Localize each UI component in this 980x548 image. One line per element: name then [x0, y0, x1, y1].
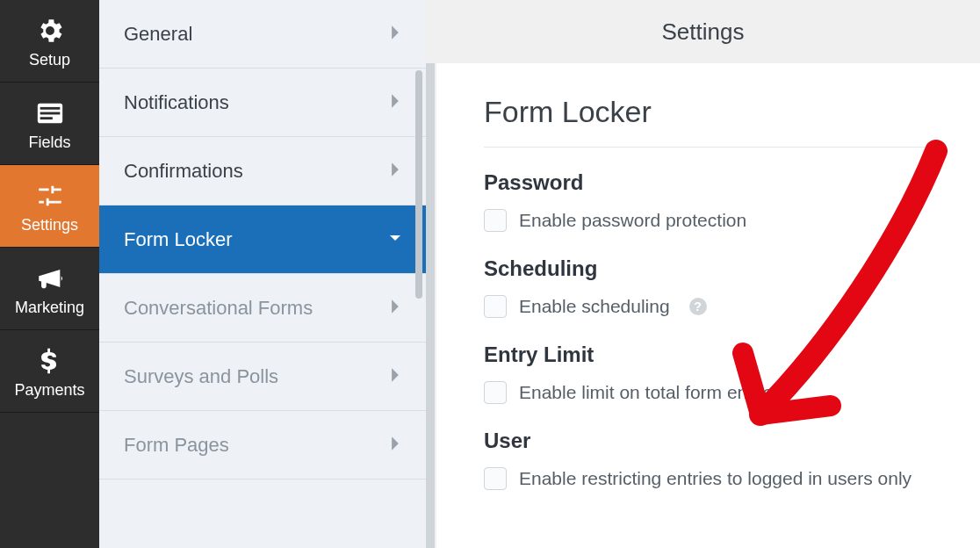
scrollbar[interactable]: [415, 70, 422, 299]
chevron-right-icon: [389, 93, 401, 112]
section-heading-password: Password: [484, 170, 933, 195]
checkbox[interactable]: [484, 295, 507, 318]
sub-item-notifications[interactable]: Notifications: [99, 68, 426, 137]
check-label: Enable limit on total form entries: [519, 382, 782, 403]
enable-user-restrict-row[interactable]: Enable restricting entries to logged in …: [484, 467, 933, 490]
chevron-down-icon: [389, 230, 401, 249]
svg-rect-1: [40, 107, 60, 110]
content-scroll-edge: [426, 63, 435, 548]
svg-rect-3: [40, 117, 52, 119]
enable-entry-limit-row[interactable]: Enable limit on total form entries: [484, 381, 933, 404]
nav-label: Payments: [14, 381, 84, 400]
main-header: Settings: [426, 0, 980, 63]
check-label: Enable restricting entries to logged in …: [519, 468, 912, 489]
checkbox[interactable]: [484, 381, 507, 404]
nav-label: Setup: [29, 51, 70, 69]
chevron-right-icon: [389, 367, 401, 386]
sub-label: Notifications: [124, 91, 229, 114]
sub-item-form-locker[interactable]: Form Locker: [99, 206, 426, 274]
nav-settings[interactable]: Settings: [0, 165, 99, 248]
sub-item-form-pages[interactable]: Form Pages: [99, 411, 426, 480]
dollar-icon: [35, 346, 65, 376]
sliders-icon: [35, 181, 65, 211]
sub-label: General: [124, 23, 192, 46]
chevron-right-icon: [389, 299, 401, 318]
check-label: Enable password protection: [519, 210, 746, 231]
enable-password-protection-row[interactable]: Enable password protection: [484, 209, 933, 232]
checkbox[interactable]: [484, 467, 507, 490]
nav-payments[interactable]: Payments: [0, 330, 99, 413]
nav-marketing[interactable]: Marketing: [0, 248, 99, 330]
sub-item-surveys-polls[interactable]: Surveys and Polls: [99, 342, 426, 411]
chevron-right-icon: [389, 162, 401, 181]
nav-setup[interactable]: Setup: [0, 0, 99, 83]
main-area: Settings Form Locker Password Enable pas…: [426, 0, 980, 548]
settings-sublist: General Notifications Confirmations Form…: [99, 0, 426, 548]
primary-nav: Setup Fields Settings Marketing Payments: [0, 0, 99, 548]
content-panel: Form Locker Password Enable password pro…: [436, 63, 980, 548]
list-icon: [35, 98, 65, 128]
nav-label: Fields: [28, 133, 70, 152]
sub-label: Form Pages: [124, 434, 229, 457]
sub-label: Form Locker: [124, 228, 232, 251]
gear-icon: [35, 16, 65, 46]
sub-item-conversational-forms[interactable]: Conversational Forms: [99, 274, 426, 342]
checkbox[interactable]: [484, 209, 507, 232]
nav-label: Marketing: [15, 299, 84, 317]
check-label: Enable scheduling: [519, 296, 670, 317]
nav-fields[interactable]: Fields: [0, 83, 99, 165]
content-title: Form Locker: [484, 95, 933, 148]
page-title: Settings: [662, 18, 745, 46]
section-heading-user: User: [484, 429, 933, 453]
sub-label: Confirmations: [124, 160, 243, 183]
enable-scheduling-row[interactable]: Enable scheduling ?: [484, 295, 933, 318]
section-heading-entry-limit: Entry Limit: [484, 342, 933, 367]
chevron-right-icon: [389, 25, 401, 44]
sub-label: Conversational Forms: [124, 297, 313, 320]
sub-item-general[interactable]: General: [99, 0, 426, 68]
sub-item-confirmations[interactable]: Confirmations: [99, 137, 426, 206]
section-heading-scheduling: Scheduling: [484, 256, 933, 281]
help-icon[interactable]: ?: [689, 298, 707, 315]
nav-label: Settings: [21, 216, 78, 234]
sub-label: Surveys and Polls: [124, 365, 278, 388]
bullhorn-icon: [35, 263, 65, 293]
chevron-right-icon: [389, 436, 401, 455]
svg-rect-2: [40, 112, 60, 115]
